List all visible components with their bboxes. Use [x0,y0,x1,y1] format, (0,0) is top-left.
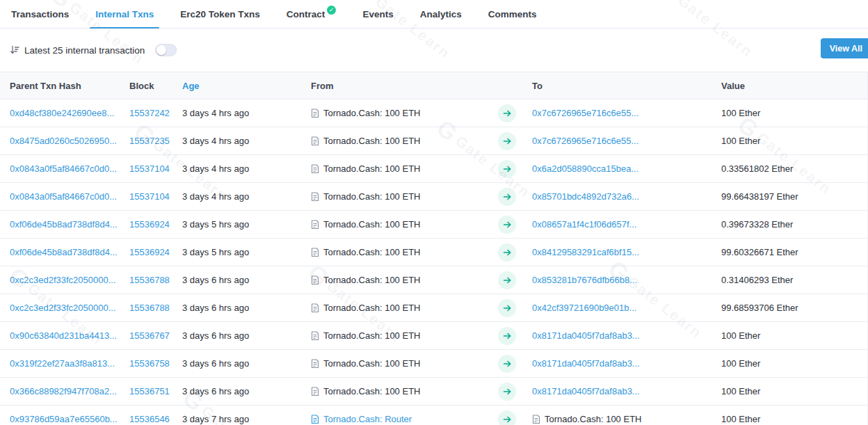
tab-label: Internal Txns [95,9,154,19]
age-cell: 3 days 5 hrs ago [182,219,308,230]
parent-txn-hash-link[interactable]: 0x366c88982f947f708a2... [10,386,117,396]
parent-txn-hash-link[interactable]: 0x93786d59aa7e65560b... [10,414,118,424]
age-cell: 3 days 6 hrs ago [182,358,308,369]
parent-txn-hash-link[interactable]: 0x8475ad0260c5026950... [10,136,117,146]
block-link[interactable]: 15536924 [129,247,170,257]
table-row: 0xf06de45b8ad738df8d4...155369243 days 5… [0,239,867,266]
from-cell: Tornado.Cash: 100 ETH [311,303,490,313]
from-address-label: Tornado.Cash: 100 ETH [323,358,420,369]
to-cell: Tornado.Cash: 100 ETH [532,414,721,424]
from-address-label: Tornado.Cash: 100 ETH [323,330,420,341]
tab-label: Transactions [11,9,69,19]
to-address-link[interactable]: 0x7c6726965e716c6e55... [532,136,638,146]
tab-label: Erc20 Token Txns [180,9,260,19]
contract-file-icon [311,136,319,146]
parent-txn-hash-link[interactable]: 0xf06de45b8ad738df8d4... [10,247,118,257]
to-address-link[interactable]: 0x8171da0405f7daf8ab3... [532,386,640,396]
parent-txn-hash-link[interactable]: 0x90c63840d231ba4413... [10,330,117,341]
tab-events[interactable]: Events [361,0,394,29]
to-address-link[interactable]: 0x08657a1f4c1f06d657f... [532,219,636,230]
to-address-link[interactable]: 0x7c6726965e716c6e55... [532,108,638,118]
from-address-label: Tornado.Cash: 100 ETH [323,163,420,174]
parent-txn-hash-link[interactable]: 0x0843a0f5af84667c0d0... [10,163,117,174]
from-address-link[interactable]: Tornado.Cash: Router [323,414,412,424]
parent-txn-hash-link[interactable]: 0xc2c3ed2f33fc2050000... [10,275,116,285]
block-link[interactable]: 15537242 [129,108,170,118]
from-address-label: Tornado.Cash: 100 ETH [323,275,420,285]
verified-check-icon: ✓ [327,6,336,15]
age-cell: 3 days 4 hrs ago [182,136,308,146]
direction-arrow-icon [498,410,516,425]
age-cell: 3 days 6 hrs ago [182,330,308,341]
contract-file-icon [311,303,319,313]
block-link[interactable]: 15536546 [129,414,170,424]
value-cell: 0.31406293 Ether [721,275,867,285]
from-address-label: Tornado.Cash: 100 ETH [323,386,420,396]
internal-txns-table: Parent Txn HashBlockAgeFromToValue 0xd48… [0,72,868,425]
block-link[interactable]: 15537235 [129,136,170,146]
tab-comments[interactable]: Comments [487,0,538,29]
from-cell: Tornado.Cash: Router [311,414,490,424]
tab-analytics[interactable]: Analytics [419,0,463,29]
block-link[interactable]: 15537104 [129,163,170,174]
block-link[interactable]: 15536924 [129,219,170,230]
to-address-link[interactable]: 0x84129583291caf6bf15... [532,247,639,257]
from-address-label: Tornado.Cash: 100 ETH [323,219,420,230]
value-cell: 100 Ether [721,358,867,369]
to-address-label: Tornado.Cash: 100 ETH [545,414,641,424]
block-link[interactable]: 15536788 [129,303,170,313]
block-link[interactable]: 15536767 [129,330,170,341]
to-cell: 0x84129583291caf6bf15... [532,247,721,257]
tab-erc20-token-txns[interactable]: Erc20 Token Txns [179,0,262,29]
contract-file-icon [311,331,319,341]
age-cell: 3 days 6 hrs ago [182,303,308,313]
to-cell: 0x08657a1f4c1f06d657f... [532,219,721,230]
direction-arrow-icon [498,327,516,345]
table-row: 0x0843a0f5af84667c0d0...155371043 days 4… [0,183,867,211]
column-header-to: To [524,81,721,91]
from-cell: Tornado.Cash: 100 ETH [311,108,490,118]
to-address-link[interactable]: 0x8171da0405f7daf8ab3... [532,358,640,369]
value-cell: 99.68593706 Ether [721,303,867,313]
parent-txn-hash-link[interactable]: 0xf06de45b8ad738df8d4... [10,219,118,230]
value-cell: 100 Ether [721,414,867,424]
to-address-link[interactable]: 0x6a2d058890cca15bea... [532,163,638,174]
value-cell: 100 Ether [721,330,867,341]
contract-file-icon [311,415,319,424]
block-link[interactable]: 15537104 [129,191,170,202]
parent-txn-hash-link[interactable]: 0xd48cf380e242690ee8... [10,108,114,118]
parent-txn-hash-link[interactable]: 0x0843a0f5af84667c0d0... [10,191,117,202]
to-address-link[interactable]: 0x8171da0405f7daf8ab3... [532,330,640,341]
block-link[interactable]: 15536751 [129,386,170,396]
contract-file-icon [311,164,319,174]
controls-band: Latest 25 internal transaction View All [0,29,868,72]
tab-transactions[interactable]: Transactions [10,0,70,29]
to-address-link[interactable]: 0x42cf39721690b9e01b... [532,303,636,313]
age-datetime-toggle[interactable] [155,44,177,56]
direction-arrow-icon [498,299,516,317]
age-cell: 3 days 7 hrs ago [182,414,308,424]
block-link[interactable]: 15536788 [129,275,170,285]
from-cell: Tornado.Cash: 100 ETH [311,219,490,230]
column-header-age[interactable]: Age [182,81,308,91]
to-cell: 0x8171da0405f7daf8ab3... [532,330,721,341]
tab-contract[interactable]: Contract✓ [285,0,338,29]
table-row: 0x93786d59aa7e65560b...155365463 days 7 … [0,406,867,425]
parent-txn-hash-link[interactable]: 0x319f22ef27aa3f8a813... [10,358,115,369]
table-row: 0x366c88982f947f708a2...155367513 days 6… [0,378,867,406]
view-all-button[interactable]: View All [821,38,868,58]
direction-arrow-icon [498,355,516,373]
to-address-link[interactable]: 0x853281b7676dfb66b8... [532,275,637,285]
from-cell: Tornado.Cash: 100 ETH [311,247,490,257]
contract-file-icon [311,248,319,257]
from-cell: Tornado.Cash: 100 ETH [311,191,490,202]
latest-transactions-label: Latest 25 internal transaction [24,45,145,56]
from-cell: Tornado.Cash: 100 ETH [311,358,490,369]
parent-txn-hash-link[interactable]: 0xc2c3ed2f33fc2050000... [10,303,116,313]
table-row: 0x0843a0f5af84667c0d0...155371043 days 4… [0,155,867,183]
block-link[interactable]: 15536758 [129,358,170,369]
to-address-link[interactable]: 0x85701bdc4892d732a6... [532,191,639,202]
column-header-block: Block [129,81,182,91]
tab-label: Analytics [420,9,462,19]
tab-internal-txns[interactable]: Internal Txns [94,0,155,29]
